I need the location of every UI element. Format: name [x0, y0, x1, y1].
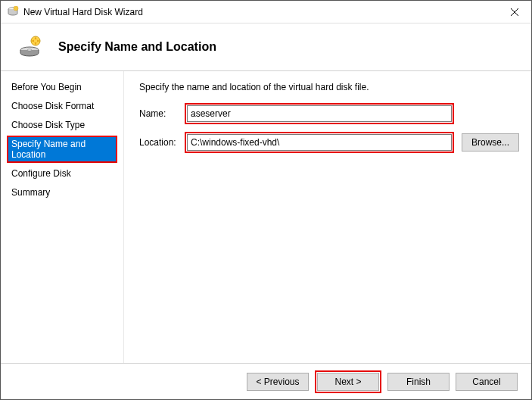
next-button[interactable]: Next >: [317, 373, 379, 391]
window-title: New Virtual Hard Disk Wizard: [23, 7, 497, 17]
finish-button[interactable]: Finish: [387, 373, 450, 391]
svg-point-3: [27, 49, 32, 51]
titlebar: New Virtual Hard Disk Wizard: [1, 1, 531, 23]
location-input[interactable]: [187, 134, 452, 151]
wizard-header: Specify Name and Location: [1, 23, 531, 70]
location-input-highlight: [185, 132, 454, 153]
sidebar-item-choose-disk-type[interactable]: Choose Disk Type: [7, 117, 117, 133]
wizard-dialog: New Virtual Hard Disk Wizard Specify Nam…: [0, 0, 532, 400]
disk-wizard-icon: [7, 6, 19, 18]
previous-button[interactable]: < Previous: [247, 373, 309, 391]
cancel-button[interactable]: Cancel: [456, 373, 518, 391]
next-button-highlight: Next >: [315, 370, 381, 393]
sidebar-item-specify-name-location[interactable]: Specify Name and Location: [7, 136, 117, 163]
location-label: Location:: [139, 137, 185, 148]
sidebar-item-before-you-begin[interactable]: Before You Begin: [7, 79, 117, 95]
wizard-content: Before You Begin Choose Disk Format Choo…: [1, 70, 531, 363]
wizard-footer: < Previous Next > Finish Cancel: [1, 363, 531, 399]
name-label: Name:: [139, 108, 185, 119]
page-title: Specify Name and Location: [58, 40, 216, 54]
sidebar-item-summary[interactable]: Summary: [7, 184, 117, 201]
wizard-main-panel: Specify the name and location of the vir…: [124, 71, 531, 363]
wizard-steps-sidebar: Before You Begin Choose Disk Format Choo…: [1, 71, 124, 363]
name-input[interactable]: [187, 105, 452, 122]
name-row: Name:: [139, 103, 519, 124]
close-button[interactable]: [497, 1, 531, 23]
browse-button[interactable]: Browse...: [462, 133, 519, 152]
instruction-text: Specify the name and location of the vir…: [139, 82, 519, 92]
sidebar-item-choose-disk-format[interactable]: Choose Disk Format: [7, 98, 117, 114]
location-row: Location: Browse...: [139, 132, 519, 153]
name-input-highlight: [185, 103, 454, 124]
disk-header-icon: [19, 35, 43, 59]
svg-point-1: [14, 6, 18, 11]
sidebar-item-configure-disk[interactable]: Configure Disk: [7, 165, 117, 182]
